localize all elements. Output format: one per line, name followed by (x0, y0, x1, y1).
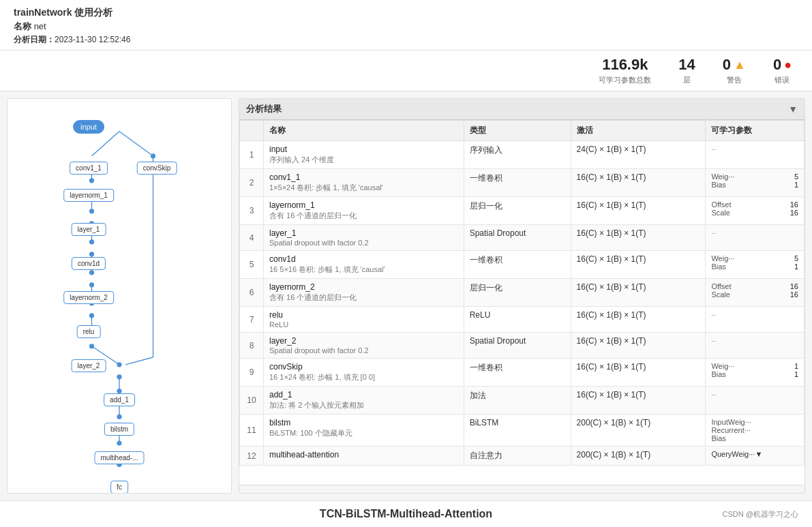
table-row[interactable]: 11bilstmBiLSTM: 100 个隐藏单元BiLSTM200(C) × … (240, 415, 805, 447)
col-activation: 激活 (571, 121, 706, 141)
row-activation: 200(C) × 1(B) × 1(T) (571, 415, 706, 447)
row-params: – (706, 141, 805, 169)
node-fc: fc (110, 481, 128, 494)
table-row[interactable]: 4layer_1Spatial dropout with factor 0.2S… (240, 225, 805, 251)
table-row[interactable]: 2conv1_11×5×24 卷积: 步幅 1, 填充 'causal'一维卷积… (240, 169, 805, 197)
row-params: Offset16Scale16 (706, 197, 805, 225)
row-name: layernorm_2含有 16 个通道的层归一化 (264, 279, 464, 307)
col-name: 名称 (264, 121, 464, 141)
stat-errors-label: 错误 (775, 75, 790, 85)
row-activation: 16(C) × 1(B) × 1(T) (571, 387, 706, 415)
table-row[interactable]: 10add_1加法: 将 2 个输入按元素相加加法16(C) × 1(B) × … (240, 387, 805, 415)
content-area: input conv1_1 convSkip layernorm_1 layer… (0, 91, 812, 500)
node-convskip: convSkip (137, 162, 177, 175)
svg-point-25 (89, 313, 94, 318)
row-num: 7 (240, 307, 264, 333)
stat-params-label: 可学习参数总数 (599, 75, 651, 85)
table-row[interactable]: 9convSkip16 1×24 卷积: 步幅 1, 填充 [0 0]一维卷积1… (240, 359, 805, 387)
node-conv1d: conv1d (72, 257, 106, 270)
svg-point-21 (89, 252, 94, 256)
svg-point-34 (117, 440, 121, 445)
row-params: Weig···5Bias1 (706, 251, 805, 279)
row-activation: 16(C) × 1(B) × 1(T) (571, 359, 706, 387)
node-input: input (73, 120, 104, 134)
row-params: – (706, 225, 805, 251)
row-activation: 16(C) × 1(B) × 1(T) (571, 169, 706, 197)
row-num: 3 (240, 197, 264, 225)
row-activation: 16(C) × 1(B) × 1(T) (571, 197, 706, 225)
svg-line-1 (119, 132, 153, 156)
node-layer-1: layer_1 (72, 223, 106, 236)
stat-errors: 0 ● 错误 (773, 56, 792, 85)
warning-icon: ▲ (734, 58, 746, 72)
row-params: InputWeig···Recurrent···Bias (706, 415, 805, 447)
row-type: Spatial Dropout (464, 333, 571, 359)
table-row[interactable]: 5conv1d16 5×16 卷积: 步幅 1, 填充 'causal'一维卷积… (240, 251, 805, 279)
node-bilstm: bilstm (104, 423, 134, 436)
row-name: add_1加法: 将 2 个输入按元素相加 (264, 387, 464, 415)
svg-point-18 (89, 209, 94, 213)
row-num: 8 (240, 333, 264, 359)
table-row[interactable]: 8layer_2Spatial dropout with factor 0.2S… (240, 333, 805, 359)
header-name: 名称 net (14, 20, 798, 33)
row-type: 层归一化 (464, 279, 571, 307)
row-type: 一维卷积 (464, 169, 571, 197)
results-table-container[interactable]: 名称 类型 激活 可学习参数 1input序列输入 24 个维度序列输入24(C… (239, 120, 805, 485)
collapse-icon[interactable]: ▼ (788, 104, 798, 115)
col-params: 可学习参数 (706, 121, 805, 141)
node-layer-2: layer_2 (72, 359, 106, 372)
table-row[interactable]: 1input序列输入 24 个维度序列输入24(C) × 1(B) × 1(T)… (240, 141, 805, 169)
row-name: conv1_11×5×24 卷积: 步幅 1, 填充 'causal' (264, 169, 464, 197)
row-name: input序列输入 24 个维度 (264, 141, 464, 169)
table-row[interactable]: 12multihead-attention自注意力200(C) × 1(B) ×… (240, 447, 805, 466)
stat-params-value: 116.9k (602, 56, 648, 74)
svg-line-0 (92, 132, 120, 156)
node-multihead: multihead-... (94, 451, 144, 464)
analysis-panel: 分析结果 ▼ 名称 类型 激活 可学习参数 1input (239, 98, 805, 494)
table-row[interactable]: 7reluReLUReLU16(C) × 1(B) × 1(T)– (240, 307, 805, 333)
row-name: conv1d16 5×16 卷积: 步幅 1, 填充 'causal' (264, 251, 464, 279)
svg-point-27 (89, 344, 94, 348)
row-num: 4 (240, 225, 264, 251)
node-layernorm-2: layernorm_2 (63, 291, 114, 304)
row-num: 10 (240, 387, 264, 415)
stat-layers: 14 层 (678, 56, 695, 85)
network-panel: input conv1_1 convSkip layernorm_1 layer… (7, 98, 232, 494)
network-diagram: input conv1_1 convSkip layernorm_1 layer… (51, 112, 187, 480)
svg-point-32 (117, 415, 121, 419)
row-activation: 16(C) × 1(B) × 1(T) (571, 225, 706, 251)
stat-params: 116.9k 可学习参数总数 (599, 56, 651, 85)
table-bottom-scrollbar[interactable] (239, 485, 805, 493)
row-type: ReLU (464, 307, 571, 333)
node-add-1: add_1 (104, 393, 135, 406)
row-params: Weig···1Bias1 (706, 359, 805, 387)
row-name: layer_2Spatial dropout with factor 0.2 (264, 333, 464, 359)
analysis-title: 分析结果 (246, 103, 282, 115)
row-name: layer_1Spatial dropout with factor 0.2 (264, 225, 464, 251)
row-params: QueryWeig···▼ (706, 447, 805, 466)
footer: TCN-BiLSTM-Multihead-Attention CSDN @机器学… (0, 500, 812, 527)
table-row[interactable]: 3layernorm_1含有 16 个通道的层归一化层归一化16(C) × 1(… (240, 197, 805, 225)
footer-credit: CSDN @机器学习之心 (723, 509, 798, 520)
svg-point-28 (117, 362, 121, 367)
node-relu: relu (77, 325, 101, 338)
row-type: 一维卷积 (464, 251, 571, 279)
row-activation: 200(C) × 1(B) × 1(T) (571, 447, 706, 466)
svg-point-22 (89, 270, 94, 275)
row-activation: 16(C) × 1(B) × 1(T) (571, 307, 706, 333)
header: trainNetwork 使用分析 名称 net 分析日期：2023-11-30… (0, 0, 812, 50)
stat-warnings: 0 ▲ 警告 (723, 56, 746, 85)
stat-layers-value: 14 (678, 56, 695, 74)
row-activation: 24(C) × 1(B) × 1(T) (571, 141, 706, 169)
row-num: 2 (240, 169, 264, 197)
row-name: layernorm_1含有 16 个通道的层归一化 (264, 197, 464, 225)
col-num (240, 121, 264, 141)
stat-warnings-label: 警告 (727, 75, 742, 85)
table-row[interactable]: 6layernorm_2含有 16 个通道的层归一化层归一化16(C) × 1(… (240, 279, 805, 307)
row-num: 6 (240, 279, 264, 307)
row-type: 序列输入 (464, 141, 571, 169)
row-activation: 16(C) × 1(B) × 1(T) (571, 333, 706, 359)
row-params: – (706, 387, 805, 415)
row-params: – (706, 333, 805, 359)
svg-line-10 (125, 357, 153, 365)
